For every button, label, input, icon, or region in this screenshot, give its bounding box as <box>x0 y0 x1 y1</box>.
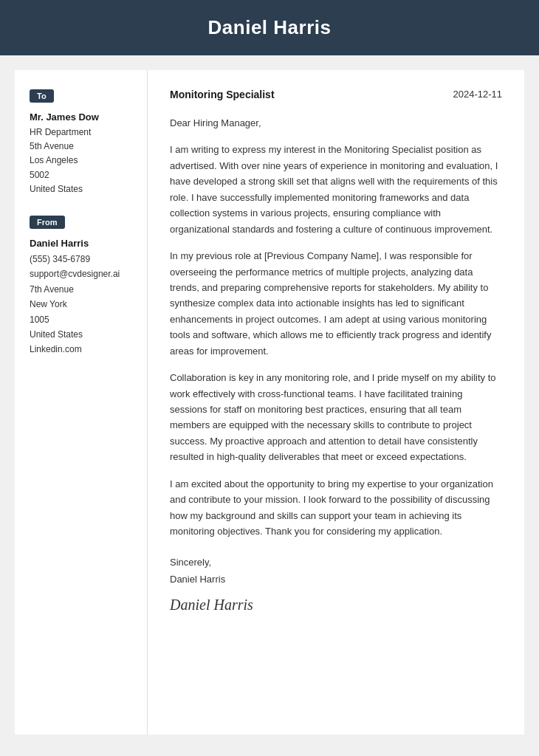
sender-phone: (555) 345-6789 <box>30 254 90 264</box>
sender-zip: 1005 <box>30 315 49 325</box>
letter-body: Dear Hiring Manager, I am writing to exp… <box>170 115 502 617</box>
sender-info: (555) 345-6789 support@cvdesigner.ai 7th… <box>30 252 132 357</box>
to-badge: To <box>30 89 54 103</box>
from-badge: From <box>30 216 65 229</box>
from-section: From Daniel Harris (555) 345-6789 suppor… <box>30 215 132 357</box>
paragraph-4: I am excited about the opportunity to br… <box>170 476 502 540</box>
main-content: Monitoring Specialist 2024-12-11 Dear Hi… <box>148 70 524 735</box>
closing: Sincerely, Daniel Harris Daniel Harris <box>170 554 502 618</box>
sender-website: Linkedin.com <box>30 344 82 354</box>
signature: Daniel Harris <box>170 593 502 617</box>
closing-text: Sincerely, <box>170 554 502 570</box>
recipient-zip: 5002 <box>30 170 49 180</box>
letter-header: Monitoring Specialist 2024-12-11 <box>170 89 502 100</box>
closing-name: Daniel Harris <box>170 571 502 587</box>
salutation: Dear Hiring Manager, <box>170 115 502 131</box>
sender-country: United States <box>30 329 83 340</box>
sender-email: support@cvdesigner.ai <box>30 269 120 279</box>
sender-city: New York <box>30 299 67 309</box>
page: Daniel Harris To Mr. James Dow HR Depart… <box>0 0 539 756</box>
header-name: Daniel Harris <box>0 16 539 39</box>
recipient-country: United States <box>30 184 83 194</box>
sender-street: 7th Avenue <box>30 284 74 295</box>
paragraph-1: I am writing to express my interest in t… <box>170 142 502 237</box>
paragraph-3: Collaboration is key in any monitoring r… <box>170 370 502 465</box>
page-header: Daniel Harris <box>0 0 539 55</box>
to-section: To Mr. James Dow HR Department 5th Avenu… <box>30 89 132 196</box>
job-title: Monitoring Specialist <box>170 89 275 100</box>
recipient-address: HR Department 5th Avenue Los Angeles 500… <box>30 126 132 196</box>
paragraph-2: In my previous role at [Previous Company… <box>170 248 502 359</box>
recipient-street: 5th Avenue <box>30 141 74 151</box>
letter-date: 2024-12-11 <box>453 89 503 100</box>
recipient-name: Mr. James Dow <box>30 111 132 123</box>
sender-name: Daniel Harris <box>30 238 132 249</box>
recipient-city: Los Angeles <box>30 155 78 165</box>
content-area: To Mr. James Dow HR Department 5th Avenu… <box>15 70 524 735</box>
recipient-department: HR Department <box>30 127 91 137</box>
sidebar: To Mr. James Dow HR Department 5th Avenu… <box>15 70 148 735</box>
